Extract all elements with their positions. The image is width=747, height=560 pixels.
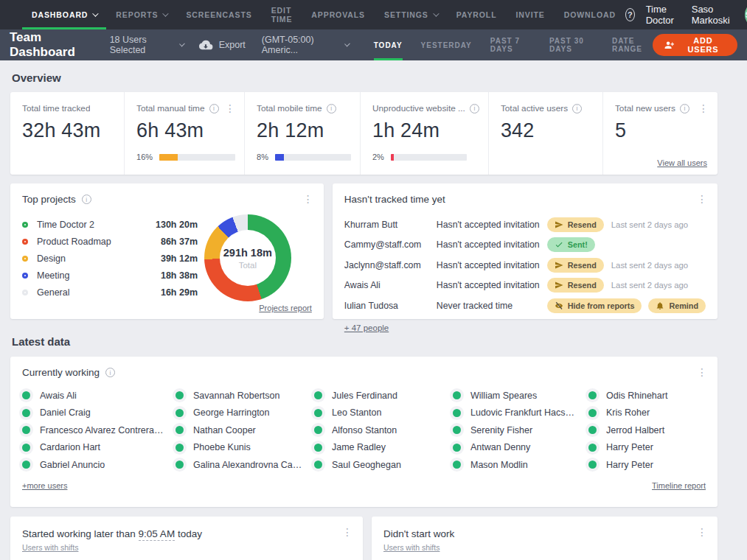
working-user: Jame Radley (314, 443, 453, 452)
dashboard-content: Overview Total time tracked32h 43mTotal … (0, 71, 747, 560)
hide-from-reports-button[interactable]: Hide from reports (547, 298, 642, 313)
users-with-shifts-link[interactable]: Users with shifts (22, 543, 78, 552)
invite-row: Iulian TudosaNever tracked timeHide from… (344, 295, 706, 316)
working-user: Antwan Denny (453, 443, 588, 452)
resend-button[interactable]: Resend (547, 258, 604, 273)
nav-item-settings[interactable]: SETTINGS (375, 0, 447, 29)
kebab-menu-icon[interactable]: ⋮ (697, 527, 707, 537)
project-row-design: Design39h 12m (22, 253, 198, 264)
nav-item-invite[interactable]: INVITE (506, 0, 554, 29)
stat-value: 32h 43m (22, 119, 115, 142)
add-users-button[interactable]: ADD USERS (653, 34, 737, 56)
users-selected-label: 18 Users Selected (110, 35, 174, 55)
date-tab-date-range[interactable]: DATE RANGE (612, 29, 653, 60)
nav-item-approvals[interactable]: APPROVALS (302, 0, 375, 29)
working-user: Gabriel Anuncio (22, 460, 176, 469)
project-name: Time Doctor 2 (37, 220, 146, 230)
online-dot-icon (22, 409, 30, 417)
working-user: Leo Stanton (314, 408, 453, 418)
date-tab-yesterday[interactable]: YESTERDAY (421, 29, 472, 60)
nav-right: ? Time Doctor Saso Markoski SM (625, 0, 747, 29)
project-color-ring (22, 222, 28, 228)
timezone-dropdown[interactable]: (GMT-05:00) Americ... (262, 35, 349, 55)
resend-button[interactable]: Resend (547, 217, 604, 232)
stat-value: 5 (615, 119, 709, 142)
nav-item-dashboard[interactable]: DASHBOARD (22, 0, 106, 29)
users-with-shifts-link[interactable]: Users with shifts (383, 543, 439, 552)
send-icon (555, 220, 563, 229)
users-selected-dropdown[interactable]: 18 Users Selected (110, 35, 184, 55)
working-user: Awais Ali (22, 391, 176, 400)
nav-item-download[interactable]: DOWNLOAD (555, 0, 625, 29)
working-column: Savannah RobertsonGeorge HarringtonNatha… (176, 391, 314, 469)
invite-actions: Resend (547, 258, 604, 273)
chevron-down-icon (163, 10, 169, 16)
nav-item-reports[interactable]: REPORTS (106, 0, 176, 29)
info-icon[interactable]: i (572, 104, 582, 113)
working-user: Daniel Craig (22, 408, 176, 418)
working-user: Phoebe Kunis (176, 443, 314, 452)
overview-heading: Overview (12, 71, 718, 84)
working-user: Odis Rhinehart (588, 391, 706, 400)
invite-row: Cammy@staff.comHasn't accepted invitatio… (344, 235, 706, 256)
working-user-name: Saul Geoghegan (332, 460, 411, 470)
kebab-menu-icon[interactable]: ⋮ (697, 194, 707, 204)
user-name[interactable]: Saso Markoski (692, 4, 734, 26)
info-icon[interactable]: i (327, 104, 336, 113)
project-color-ring (22, 239, 28, 245)
date-tab-past-30-days[interactable]: PAST 30 DAYS (549, 29, 594, 60)
info-icon[interactable]: i (209, 104, 219, 113)
invite-actions: Resend (547, 217, 604, 232)
working-user-name: William Speares (470, 391, 547, 401)
online-dot-icon (176, 444, 184, 452)
invitee-name: Iulian Tudosa (344, 301, 437, 311)
project-row-time-doctor-2: Time Doctor 2130h 20m (22, 220, 198, 230)
projects-report-link[interactable]: Projects report (259, 304, 312, 312)
working-user-name: Mason Modlin (470, 460, 538, 470)
more-users-link[interactable]: +more users (22, 481, 67, 490)
nav-item-label: DOWNLOAD (564, 10, 616, 19)
view-all-users-link[interactable]: View all users (657, 158, 707, 167)
nav-item-payroll[interactable]: PAYROLL (447, 0, 507, 29)
nav-item-edit-time[interactable]: EDIT TIME (262, 0, 302, 29)
chevron-down-icon (433, 10, 439, 16)
invite-status: Never tracked time (437, 301, 547, 311)
timeline-report-link[interactable]: Timeline report (652, 481, 706, 490)
kebab-menu-icon[interactable]: ⋮ (697, 367, 707, 377)
working-user: William Speares (453, 391, 588, 400)
working-column: Odis RhinehartKris RoherJerrod HalbertHa… (588, 391, 706, 469)
invite-status: Hasn't accepted invitation (437, 280, 547, 290)
working-user-name: Nathan Cooper (193, 425, 266, 435)
date-tab-past-7-days[interactable]: PAST 7 DAYS (490, 29, 531, 60)
invitee-name: Awais Ali (344, 280, 437, 290)
kebab-menu-icon[interactable]: ⋮ (303, 194, 313, 204)
stat-header: Total active usersi (501, 103, 594, 113)
online-dot-icon (453, 409, 461, 417)
online-dot-icon (176, 391, 184, 399)
remind-button[interactable]: Remind (648, 298, 706, 313)
export-button[interactable]: Export (198, 40, 246, 51)
info-icon[interactable]: i (680, 104, 689, 113)
info-icon[interactable]: i (470, 104, 479, 113)
overview-stats-card: Total time tracked32h 43mTotal manual ti… (10, 92, 718, 175)
working-column: Awais AliDaniel CraigFrancesco Alvarez C… (22, 391, 176, 469)
stat-header: Total time tracked (22, 103, 115, 113)
shift-time[interactable]: 9:05 AM (139, 528, 176, 541)
working-user-name: Cardarion Hart (40, 442, 111, 452)
check-icon (555, 240, 563, 249)
stat-progress: 16% (136, 153, 235, 161)
info-icon[interactable]: i (105, 368, 115, 377)
resend-button[interactable]: Resend (547, 278, 604, 293)
kebab-menu-icon[interactable]: ⋮ (698, 103, 709, 113)
nav-item-screencasts[interactable]: SCREENCASTS (176, 0, 261, 29)
invite-status: Hasn't accepted invitation (437, 260, 547, 270)
date-tab-today[interactable]: TODAY (374, 29, 403, 60)
more-people-link[interactable]: + 47 people (344, 323, 389, 332)
kebab-menu-icon[interactable]: ⋮ (342, 527, 352, 537)
sent-button[interactable]: Sent! (547, 237, 595, 252)
info-icon[interactable]: i (82, 195, 91, 204)
export-label: Export (219, 40, 246, 50)
help-icon[interactable]: ? (625, 8, 635, 21)
kebab-menu-icon[interactable]: ⋮ (225, 103, 235, 113)
progress-fill (159, 154, 178, 161)
